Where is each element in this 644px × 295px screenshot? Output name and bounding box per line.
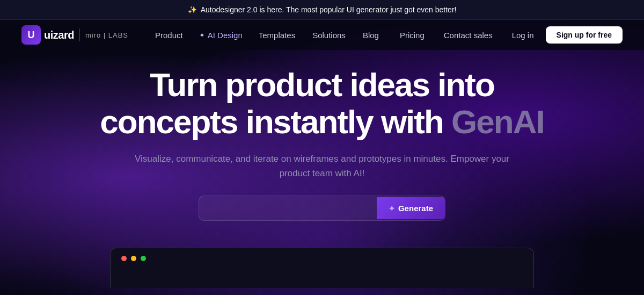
hero-title-instantly: instantly <box>246 103 381 140</box>
navigation: U uizard miro | LABS Product ✦ AI Design… <box>0 20 644 50</box>
app-preview <box>110 248 534 288</box>
hero-title-ideas: ideas <box>349 66 437 103</box>
generate-sparkle-icon: ✦ <box>389 204 395 213</box>
generate-bar: ✦ Generate <box>199 196 445 221</box>
nav-item-contact-sales[interactable]: Contact sales <box>436 27 500 43</box>
nav-item-login[interactable]: Log in <box>504 27 541 43</box>
hero-subtitle: Visualize, communicate, and iterate on w… <box>134 152 510 181</box>
announcement-text: Autodesigner 2.0 is here. The most popul… <box>201 5 457 14</box>
logo-text: uizard <box>44 29 74 41</box>
app-preview-inner <box>111 248 533 288</box>
nav-item-ai-design[interactable]: ✦ AI Design <box>193 28 249 42</box>
ai-sparkle-icon: ✦ <box>199 31 205 39</box>
hero-title-into: into <box>437 66 494 103</box>
logo[interactable]: U uizard <box>21 25 74 45</box>
miro-labs-text: miro | LABS <box>85 31 128 39</box>
nav-right: Pricing Contact sales Log in Sign up for… <box>392 26 623 44</box>
nav-item-blog[interactable]: Blog <box>355 27 386 43</box>
window-dot-green <box>141 256 146 261</box>
hero-title: Turn product ideas into concepts instant… <box>21 66 623 141</box>
hero-section: Turn product ideas into concepts instant… <box>0 50 644 248</box>
logo-area[interactable]: U uizard miro | LABS <box>21 25 128 45</box>
nav-ai-design-label: AI Design <box>208 31 243 40</box>
generate-label: Generate <box>398 204 433 213</box>
announcement-bar: ✨ Autodesigner 2.0 is here. The most pop… <box>0 0 644 20</box>
generate-button[interactable]: ✦ Generate <box>377 197 445 219</box>
nav-item-product[interactable]: Product <box>148 27 191 43</box>
nav-item-pricing[interactable]: Pricing <box>392 27 432 43</box>
hero-title-genai: GenAI <box>451 103 544 140</box>
hero-title-part1: Turn product <box>150 66 349 103</box>
window-dot-yellow <box>131 256 136 261</box>
nav-item-solutions[interactable]: Solutions <box>305 27 353 43</box>
hero-title-concepts: concepts <box>100 103 245 140</box>
logo-icon: U <box>21 25 41 45</box>
hero-title-with: with <box>381 103 451 140</box>
generate-input[interactable] <box>199 196 377 220</box>
logo-divider <box>79 28 80 41</box>
sparkle-icon: ✨ <box>188 5 197 14</box>
nav-links: Product ✦ AI Design Templates Solutions … <box>148 27 392 43</box>
nav-item-templates[interactable]: Templates <box>251 27 303 43</box>
window-dot-red <box>121 256 127 261</box>
sign-up-button[interactable]: Sign up for free <box>546 26 623 44</box>
